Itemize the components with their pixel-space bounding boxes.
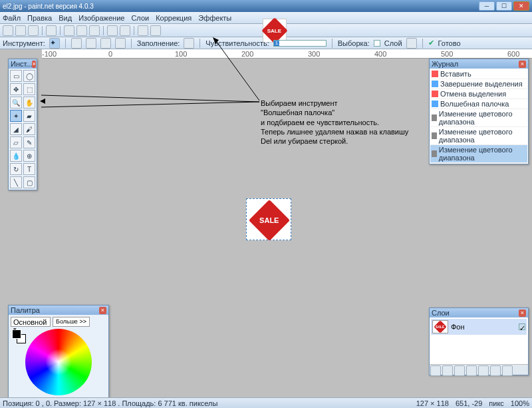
layer-del[interactable] xyxy=(442,365,453,376)
new-button[interactable] xyxy=(3,25,13,36)
arrow-to-slider xyxy=(209,37,263,104)
layers-panel: Слои× SALE Фон ✓ xyxy=(429,307,529,375)
history-close-icon[interactable]: × xyxy=(519,61,526,68)
instrument-label: Инструмент: xyxy=(3,39,45,47)
tool-line[interactable]: ╲ xyxy=(10,176,22,188)
color-wheel[interactable] xyxy=(25,329,92,395)
tolerance-slider[interactable]: 11% xyxy=(273,40,327,47)
tool-bucket[interactable]: ▰ xyxy=(23,110,35,122)
history-item[interactable]: Волшебная палочка xyxy=(430,99,527,109)
layers-close-icon[interactable]: × xyxy=(519,309,526,317)
open-button[interactable] xyxy=(15,25,26,36)
status-dims: 127 × 118 xyxy=(416,399,449,407)
layer-name: Фон xyxy=(451,323,465,331)
svg-line-3 xyxy=(215,39,259,101)
layer-label: Слой xyxy=(384,39,402,47)
cut-button[interactable] xyxy=(64,25,74,36)
history-item[interactable]: Отмена выделения xyxy=(430,89,527,99)
menu-adjust[interactable]: Коррекция xyxy=(156,14,192,22)
tool-recolor[interactable]: ↻ xyxy=(10,163,22,175)
more-button[interactable]: Больше >> xyxy=(53,317,90,327)
history-item[interactable]: Вставить xyxy=(430,69,527,79)
tool-eraser[interactable]: ▱ xyxy=(10,136,22,148)
main-toolbar: SALE xyxy=(0,24,532,37)
menu-layers[interactable]: Слои xyxy=(131,14,149,22)
window-titlebar: el2.jpg - paint.net версия 4.0.3 ─ ☐ ✕ xyxy=(0,0,532,12)
color-mode-select[interactable]: Основной ▾ xyxy=(11,317,51,327)
tool-lasso[interactable]: ◯ xyxy=(23,70,35,82)
save-button[interactable] xyxy=(28,25,39,36)
layer-dup[interactable] xyxy=(454,365,465,376)
tool-move-sel[interactable]: ⬚ xyxy=(23,83,35,95)
history-item[interactable]: Завершение выделения xyxy=(430,79,527,89)
tool-gradient[interactable]: ◢ xyxy=(10,123,22,135)
canvas-area[interactable]: SALE Выбираем инструмент "Волшебная пало… xyxy=(0,59,532,382)
history-item[interactable]: Изменение цветового диапазона xyxy=(430,109,527,127)
canvas-selection[interactable]: SALE xyxy=(246,198,291,240)
tool-clone[interactable]: ⊕ xyxy=(23,150,35,162)
status-bar: Позиция: 0 , 0. Размер: 127 × 118 . Площ… xyxy=(0,397,532,408)
tool-pencil[interactable]: ✎ xyxy=(23,136,35,148)
history-item[interactable]: Изменение цветового диапазона xyxy=(430,145,527,163)
minimize-button[interactable]: ─ xyxy=(479,1,495,11)
tools-panel: Инст...× ▭ ◯ ✥ ⬚ 🔍 ✋ ✦ ▰ ◢ 🖌 ▱ ✎ 💧 ⊕ ↻ T… xyxy=(8,59,37,190)
svg-marker-2 xyxy=(40,99,45,104)
layer-props[interactable] xyxy=(502,365,513,376)
menu-effects[interactable]: Эффекты xyxy=(198,14,231,22)
sample-check[interactable] xyxy=(374,40,380,47)
layer-visible-check[interactable]: ✓ xyxy=(519,323,525,330)
palette-close-icon[interactable]: × xyxy=(99,307,106,314)
tool-magic-wand[interactable]: ✦ xyxy=(10,110,22,122)
done-icon: ✔ xyxy=(428,39,434,47)
tool-rect-select[interactable]: ▭ xyxy=(10,70,22,82)
tools-close-icon[interactable]: × xyxy=(32,61,35,68)
tool-move[interactable]: ✥ xyxy=(10,83,22,95)
svg-marker-4 xyxy=(213,37,219,44)
menu-file[interactable]: Файл xyxy=(3,14,21,22)
sample-mode[interactable] xyxy=(406,38,417,49)
status-unit[interactable]: пикс xyxy=(489,399,504,407)
tool-brush[interactable]: 🖌 xyxy=(23,123,35,135)
copy-button[interactable] xyxy=(76,25,87,36)
layer-down[interactable] xyxy=(490,365,501,376)
layer-up[interactable] xyxy=(478,365,489,376)
layer-merge[interactable] xyxy=(466,365,477,376)
tool-pan[interactable]: ✋ xyxy=(23,97,35,108)
close-button[interactable]: ✕ xyxy=(513,1,529,11)
fg-bg-swatch[interactable] xyxy=(12,329,21,339)
tool-picker[interactable]: 💧 xyxy=(10,150,22,162)
status-cursor: 651, -29 xyxy=(456,399,482,407)
paste-button[interactable] xyxy=(89,25,100,36)
layer-row[interactable]: SALE Фон ✓ xyxy=(431,319,527,335)
history-panel: Журнал× Вставить Завершение выделения От… xyxy=(429,59,529,164)
menu-image[interactable]: Изображение xyxy=(78,14,124,22)
print-button[interactable] xyxy=(46,25,57,36)
window-title: el2.jpg - paint.net версия 4.0.3 xyxy=(3,3,479,10)
redo-button[interactable] xyxy=(150,25,161,36)
status-zoom[interactable]: 100% xyxy=(511,399,529,407)
palette-panel: Палитра× Основной ▾ Больше >> xyxy=(8,305,109,408)
tool-zoom[interactable]: 🔍 xyxy=(10,97,22,108)
tool-shapes[interactable]: ▢ xyxy=(23,176,35,188)
menu-view[interactable]: Вид xyxy=(59,14,72,22)
crop-button[interactable] xyxy=(107,25,118,36)
history-item[interactable]: Изменение цветового диапазона xyxy=(430,127,527,145)
sale-image: SALE xyxy=(249,200,290,241)
undo-button[interactable] xyxy=(138,25,148,36)
status-pos: Позиция: 0 , 0. Размер: 127 × 118 . Площ… xyxy=(3,399,217,407)
menu-edit[interactable]: Правка xyxy=(27,14,52,22)
tool-text[interactable]: T xyxy=(23,163,35,175)
maximize-button[interactable]: ☐ xyxy=(496,1,512,11)
deselect-button[interactable] xyxy=(120,25,130,36)
layer-add[interactable] xyxy=(430,365,441,376)
sample-label: Выборка: xyxy=(338,39,370,47)
done-label[interactable]: Готово xyxy=(438,39,461,47)
